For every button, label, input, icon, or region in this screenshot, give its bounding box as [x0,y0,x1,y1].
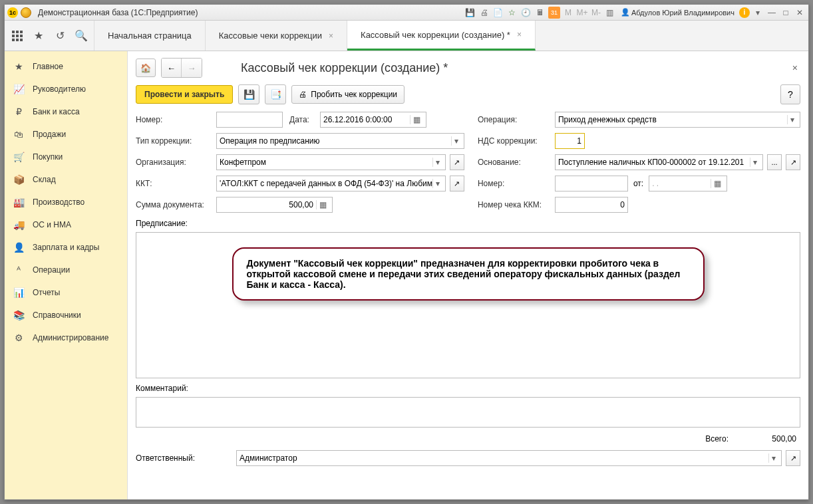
sidebar-item-catalogs[interactable]: 📚Справочники [5,304,127,326]
corr-type-value: Операция по предписанию [220,136,320,146]
prescription-textarea[interactable]: Документ "Кассовый чек коррекции" предна… [136,232,800,378]
titlebar: 1c Демонстрационная база (1С:Предприятие… [5,5,808,21]
home-button[interactable]: 🏠 [136,59,156,77]
tab-label: Кассовые чеки коррекции [219,31,322,41]
search-icon[interactable]: 🔍 [74,29,88,43]
nds-input[interactable] [555,133,585,149]
print-icon[interactable]: 🖨 [478,7,490,19]
favorites-star-icon[interactable]: ★ [31,29,46,43]
app-menu-dropdown-icon[interactable] [21,7,31,18]
sidebar-item-main[interactable]: ★Главное [5,55,127,78]
doc-icon[interactable]: 📄 [492,7,504,19]
sum-value: 500,00 [220,200,316,209]
sidebar-item-label: Главное [33,62,63,71]
total-label: Всего: [705,434,729,443]
kkm-check-input[interactable] [555,197,628,213]
sidebar-item-assets[interactable]: 🚚ОС и НМА [5,213,127,236]
comment-label: Комментарий: [136,384,188,393]
current-user[interactable]: 👤 Абдулов Юрий Владимирович [618,8,737,17]
org-label: Организация: [136,158,212,167]
tab-start-page[interactable]: Начальная страница [94,21,206,51]
page-close-icon[interactable]: × [790,60,800,76]
sidebar-item-salary[interactable]: 👤Зарплата и кадры [5,236,127,259]
calendar-dropdown-icon[interactable]: ▦ [711,179,724,188]
memory-m-icon[interactable]: M [562,7,574,19]
sum-input[interactable]: 500,00▦ [216,197,333,213]
save-button[interactable]: 💾 [238,84,259,104]
post-and-close-button[interactable]: Провести и закрыть [136,85,233,104]
calendar-dropdown-icon[interactable]: ▦ [410,115,423,124]
panels-icon[interactable]: ▥ [604,7,616,19]
sidebar-item-bank[interactable]: ₽Банк и касса [5,100,127,123]
sidebar-item-warehouse[interactable]: 📦Склад [5,168,127,191]
history-nav-icon[interactable]: ↺ [53,29,67,43]
post-button[interactable]: 📑 [265,84,286,104]
comment-textarea[interactable] [136,397,800,428]
sidebar-item-production[interactable]: 🏭Производство [5,191,127,213]
favorite-star-icon[interactable]: ☆ [506,7,518,19]
info-dropdown-icon[interactable]: ▾ [752,7,764,19]
page-title: Кассовый чек коррекции (создание) * [241,61,448,75]
sections-grid-icon[interactable] [10,29,25,43]
maximize-window-icon[interactable]: □ [780,7,792,19]
sidebar-item-admin[interactable]: ⚙Администрирование [5,326,127,349]
number-input[interactable] [216,112,283,128]
basis-open-button[interactable]: ↗ [786,154,800,170]
chevron-down-icon[interactable]: ▾ [432,158,442,167]
org-open-button[interactable]: ↗ [450,154,464,170]
calculator-button-icon[interactable]: ▦ [316,200,329,209]
back-button[interactable]: ← [162,59,182,77]
basis-number-input[interactable] [555,176,628,191]
forward-button[interactable]: → [182,59,202,77]
save-icon[interactable]: 💾 [464,7,476,19]
sidebar-item-manager[interactable]: 📈Руководителю [5,78,127,100]
sidebar-item-reports[interactable]: 📊Отчеты [5,281,127,304]
app-logo-icon: 1c [7,7,18,18]
memory-mminus-icon[interactable]: M- [590,7,602,19]
memory-mplus-icon[interactable]: M+ [576,7,588,19]
factory-icon: 🏭 [13,197,25,207]
kkt-open-button[interactable]: ↗ [450,176,464,191]
tab-close-icon[interactable]: × [329,31,333,41]
basis-date-input[interactable]: . .▦ [649,176,727,191]
tab-label: Начальная страница [108,31,192,41]
chevron-down-icon[interactable]: ▾ [787,115,797,124]
truck-icon: 🚚 [13,219,25,230]
responsible-select[interactable]: Администратор▾ [236,450,782,466]
org-select[interactable]: Конфетпром▾ [216,154,446,170]
corr-type-label: Тип коррекции: [136,136,212,146]
basis-select[interactable]: Поступление наличных КП00-000002 от 19.1… [555,154,763,170]
tab-correction-checks[interactable]: Кассовые чеки коррекции× [206,21,347,51]
sum-label: Сумма документа: [136,200,212,209]
date-value: 26.12.2016 0:00:00 [323,115,392,124]
calculator-icon[interactable]: 🖩 [534,7,546,19]
sidebar-item-label: Справочники [33,311,81,320]
sidebar-item-sales[interactable]: 🛍Продажи [5,123,127,146]
calendar-icon[interactable]: 31 [548,7,560,19]
action-toolbar: Провести и закрыть 💾 📑 🖨Пробить чек корр… [136,84,800,104]
tab-correction-check-create[interactable]: Кассовый чек коррекции (создание) *× [347,21,536,51]
date-input[interactable]: 26.12.2016 0:00:00▦ [320,112,426,128]
chevron-down-icon[interactable]: ▾ [768,453,778,463]
total-value: 500,00 [734,432,800,446]
chevron-down-icon[interactable]: ▾ [432,179,442,188]
help-button[interactable]: ? [780,84,800,104]
chevron-down-icon[interactable]: ▾ [750,158,760,167]
nav-icon-group: ★ ↺ 🔍 [5,21,94,51]
sidebar-item-operations[interactable]: ᴬОперации [5,259,127,281]
operations-icon: ᴬ [13,265,25,275]
corr-type-select[interactable]: Операция по предписанию▾ [216,133,464,149]
minimize-window-icon[interactable]: — [766,7,778,19]
operation-select[interactable]: Приход денежных средств▾ [555,112,800,128]
operation-value: Приход денежных средств [558,115,657,124]
chevron-down-icon[interactable]: ▾ [451,136,461,146]
close-window-icon[interactable]: ✕ [794,7,806,19]
sidebar-item-purchases[interactable]: 🛒Покупки [5,146,127,168]
history-icon[interactable]: 🕘 [520,7,532,19]
kkt-select[interactable]: 'АТОЛ:ККТ с передачей данных в ОФД (54-Ф… [216,176,446,191]
basis-more-button[interactable]: ... [767,154,782,170]
print-check-button[interactable]: 🖨Пробить чек коррекции [291,85,405,104]
info-icon[interactable]: i [739,7,750,18]
tab-close-icon[interactable]: × [517,30,522,39]
responsible-open-button[interactable]: ↗ [786,450,800,466]
